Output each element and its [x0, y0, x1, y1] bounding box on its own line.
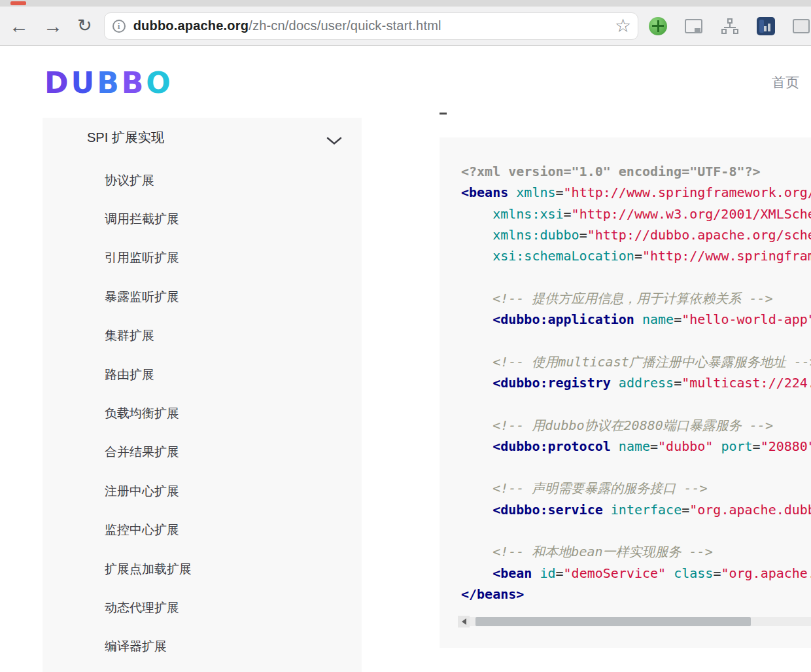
- nav-home-link[interactable]: 首页: [772, 73, 799, 92]
- sidebar-item-8[interactable]: 注册中心扩展: [43, 472, 362, 510]
- clipped-extension-icon[interactable]: [793, 17, 811, 35]
- bookmark-star-icon[interactable]: ☆: [615, 17, 631, 35]
- url-text[interactable]: dubbo.apache.org/zh-cn/docs/user/quick-s…: [133, 18, 610, 33]
- code-line: <dubbo:service interface="org.apache.dub…: [461, 499, 811, 520]
- code-line: <beans xmlns="http://www.springframework…: [461, 182, 811, 203]
- sidebar-section-spi[interactable]: SPI 扩展实现: [43, 118, 362, 157]
- code-line: <!-- 用dubbo协议在20880端口暴露服务 -->: [461, 415, 811, 436]
- sidebar-item-11[interactable]: 动态代理扩展: [43, 588, 362, 627]
- code-line: xmlns:dubbo="http://dubbo.apache.org/sch…: [461, 224, 811, 245]
- code-line: xsi:schemaLocation="http://www.springfra…: [461, 245, 811, 266]
- sidebar-item-5[interactable]: 路由扩展: [43, 355, 362, 394]
- sidebar-section-label: SPI 扩展实现: [87, 129, 164, 147]
- extension-icons: [649, 17, 811, 35]
- forward-button-icon[interactable]: →: [43, 16, 63, 36]
- sidebar-item-3[interactable]: 暴露监听扩展: [43, 277, 362, 316]
- code-line: <dubbo:protocol name="dubbo" port="20880…: [461, 436, 811, 457]
- scrollbar-track[interactable]: [470, 617, 811, 626]
- sidebar-item-10[interactable]: 扩展点加载扩展: [43, 550, 362, 588]
- clipped-text-fragment: [440, 113, 447, 115]
- code-line: <dubbo:application name="hello-world-app…: [461, 309, 811, 330]
- sidebar-item-list: 协议扩展调用拦截扩展引用监听扩展暴露监听扩展集群扩展路由扩展负载均衡扩展合并结果…: [43, 161, 362, 666]
- screen-frame-extension-icon[interactable]: [685, 17, 703, 35]
- code-line: <?xml version="1.0" encoding="UTF-8"?>: [461, 161, 811, 182]
- code-content: <?xml version="1.0" encoding="UTF-8"?><b…: [440, 137, 811, 605]
- site-header: DUBBO 首页: [0, 46, 811, 118]
- main-content: <?xml version="1.0" encoding="UTF-8"?><b…: [362, 118, 811, 672]
- sidebar-item-0[interactable]: 协议扩展: [43, 161, 362, 200]
- browser-chrome: ← → ↻ i dubbo.apache.org/zh-cn/docs/user…: [0, 0, 811, 46]
- code-line: [461, 457, 811, 478]
- chevron-down-icon[interactable]: [326, 133, 342, 149]
- sidebar-item-9[interactable]: 监控中心扩展: [43, 511, 362, 550]
- sitemap-extension-icon[interactable]: [721, 17, 739, 35]
- sidebar-item-4[interactable]: 集群扩展: [43, 317, 362, 355]
- logo-letter: B: [97, 65, 122, 99]
- tab-accent: [10, 1, 26, 5]
- xml-code-block: <?xml version="1.0" encoding="UTF-8"?><b…: [440, 137, 811, 648]
- url-path: /zh-cn/docs/user/quick-start.html: [249, 18, 441, 33]
- sidebar-item-7[interactable]: 合并结果扩展: [43, 433, 362, 472]
- logo-letter: B: [122, 65, 147, 99]
- code-line: <bean id="demoService" class="org.apache…: [461, 563, 811, 584]
- logo-letter: U: [71, 65, 97, 99]
- reload-button-icon[interactable]: ↻: [77, 17, 92, 35]
- code-line: [461, 520, 811, 541]
- url-host: dubbo.apache.org: [133, 18, 249, 33]
- sidebar: SPI 扩展实现 协议扩展调用拦截扩展引用监听扩展暴露监听扩展集群扩展路由扩展负…: [43, 118, 362, 672]
- logo-letter: O: [146, 65, 173, 99]
- sidebar-item-6[interactable]: 负载均衡扩展: [43, 394, 362, 433]
- sidebar-item-1[interactable]: 调用拦截扩展: [43, 200, 362, 238]
- code-line: [461, 393, 811, 414]
- url-bar[interactable]: i dubbo.apache.org/zh-cn/docs/user/quick…: [104, 12, 638, 40]
- code-line: [461, 330, 811, 351]
- code-line: <dubbo:registry address="multicast://224…: [461, 372, 811, 393]
- sidebar-item-12[interactable]: 编译器扩展: [43, 628, 362, 666]
- logo-letter: D: [44, 65, 71, 99]
- back-button-icon[interactable]: ←: [9, 16, 29, 36]
- dubbo-logo[interactable]: DUBBO: [44, 65, 173, 99]
- navy-badge-extension-icon[interactable]: [757, 17, 775, 35]
- code-line: </beans>: [461, 584, 811, 605]
- tab-strip: [0, 0, 811, 7]
- code-line: <!-- 和本地bean一样实现服务 -->: [461, 541, 811, 562]
- browser-toolbar: ← → ↻ i dubbo.apache.org/zh-cn/docs/user…: [0, 7, 811, 45]
- scrollbar-left-arrow-icon[interactable]: [458, 616, 470, 628]
- code-line: <!-- 使用multicast广播注册中心暴露服务地址 -->: [461, 351, 811, 372]
- code-line: <!-- 提供方应用信息，用于计算依赖关系 -->: [461, 288, 811, 309]
- green-ball-extension-icon[interactable]: [649, 17, 667, 35]
- code-line: <!-- 声明需要暴露的服务接口 -->: [461, 478, 811, 499]
- page-info-icon[interactable]: i: [112, 20, 126, 33]
- code-line: xmlns:xsi="http://www.w3.org/2001/XMLSch…: [461, 203, 811, 224]
- horizontal-scrollbar[interactable]: [458, 616, 811, 628]
- code-line: [461, 266, 811, 287]
- scrollbar-thumb[interactable]: [475, 617, 751, 626]
- sidebar-item-2[interactable]: 引用监听扩展: [43, 239, 362, 277]
